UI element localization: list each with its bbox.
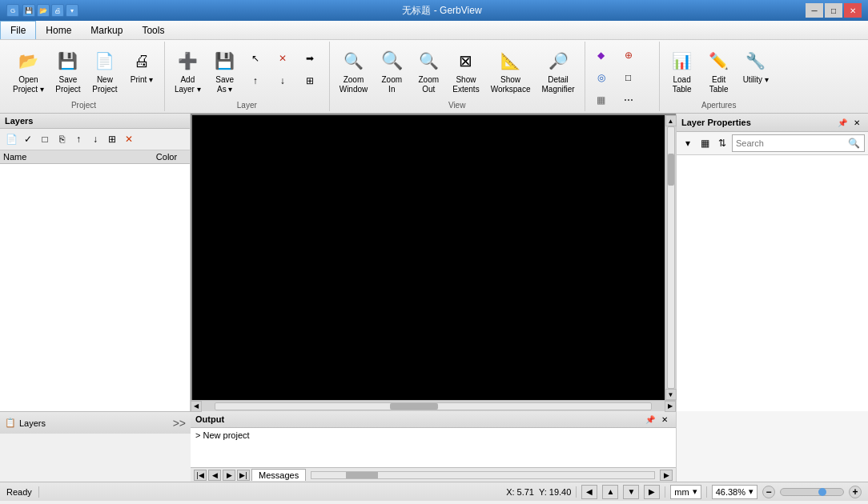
- vscroll-track[interactable]: [667, 126, 675, 389]
- nav-up-btn[interactable]: ▲: [602, 485, 618, 499]
- props-content: [677, 155, 868, 411]
- quick-access-open[interactable]: 📂: [37, 4, 50, 17]
- view-tool-4[interactable]: □: [617, 67, 643, 88]
- output-scrollbar-h[interactable]: [311, 471, 655, 479]
- canvas-vscrollbar[interactable]: ▲ ▼: [665, 115, 676, 400]
- layers-panel-title: Layers: [0, 114, 190, 129]
- zoom-window-button[interactable]: 🔍 ZoomWindow: [335, 45, 373, 98]
- view-tool-2[interactable]: ⊕: [617, 45, 643, 66]
- nav-left-btn[interactable]: ◀: [581, 485, 597, 499]
- delete-layer-tool[interactable]: ✕: [271, 48, 297, 69]
- edit-table-button[interactable]: ✏️ EditTable: [701, 45, 737, 98]
- layers-col-name: Name: [3, 152, 147, 162]
- hscroll-track[interactable]: [215, 402, 652, 410]
- zoom-in-button[interactable]: 🔍 ZoomIn: [374, 45, 409, 98]
- props-toolbar: ▾ ▦ ⇅ 🔍: [677, 132, 868, 155]
- view-tool-5[interactable]: ▦: [590, 90, 616, 110]
- menu-markup[interactable]: Markup: [81, 21, 132, 39]
- zoom-out-button[interactable]: 🔍 ZoomOut: [411, 45, 446, 98]
- hscroll-thumb[interactable]: [390, 403, 438, 410]
- select-layer-tool[interactable]: ↖: [244, 48, 270, 69]
- output-close-btn[interactable]: ✕: [658, 413, 671, 426]
- quick-access-print[interactable]: 🖨: [51, 4, 64, 17]
- output-pin-btn[interactable]: 📌: [644, 413, 657, 426]
- layer-check-btn[interactable]: ✓: [20, 131, 36, 147]
- show-workspace-button[interactable]: 📐 ShowWorkspace: [486, 45, 536, 98]
- print-button[interactable]: 🖨 Print ▾: [124, 45, 159, 88]
- view-tool-6[interactable]: ⋯: [617, 90, 643, 110]
- props-expand-btn[interactable]: ▾: [680, 134, 696, 152]
- save-as-label: SaveAs ▾: [215, 75, 234, 94]
- zoom-out-status-btn[interactable]: −: [762, 486, 775, 498]
- layers-expand-btn[interactable]: >>: [173, 417, 186, 430]
- menu-file[interactable]: File: [0, 21, 36, 39]
- messages-tab[interactable]: Messages: [251, 469, 306, 481]
- layers-content: [0, 164, 190, 411]
- layer-delete-btn[interactable]: ✕: [121, 131, 137, 147]
- save-as-button[interactable]: 💾 SaveAs ▾: [207, 45, 243, 98]
- move-up-tool[interactable]: ↑: [244, 70, 270, 91]
- hscroll-right[interactable]: ▶: [665, 401, 676, 412]
- search-icon[interactable]: 🔍: [846, 136, 861, 150]
- props-close-btn[interactable]: ✕: [850, 116, 863, 129]
- props-sort-btn[interactable]: ⇅: [714, 134, 730, 152]
- nav-right-btn[interactable]: ▶: [644, 485, 660, 499]
- zoom-in-status-btn[interactable]: +: [849, 486, 862, 498]
- move-down-tool[interactable]: ↓: [271, 70, 297, 91]
- quick-access-more[interactable]: ▾: [66, 4, 78, 17]
- layer-up-btn[interactable]: ↑: [70, 131, 86, 147]
- nav-next-btn[interactable]: ▶: [223, 470, 235, 481]
- minimize-button[interactable]: ─: [806, 3, 823, 18]
- units-dropdown[interactable]: mm ▾: [670, 485, 701, 499]
- show-extents-button[interactable]: ⊠ ShowExtents: [448, 45, 484, 98]
- canvas-area[interactable]: ▲ ▼ ◀ ▶: [191, 114, 676, 411]
- load-table-button[interactable]: 📊 LoadTable: [665, 45, 700, 98]
- props-pin-btn[interactable]: 📌: [836, 116, 849, 129]
- layer-down-btn[interactable]: ↓: [87, 131, 103, 147]
- layer-merge-btn[interactable]: ⊞: [104, 131, 120, 147]
- zoom-dropdown[interactable]: 46.38% ▾: [712, 485, 757, 499]
- view-tool-1[interactable]: ◆: [590, 45, 616, 66]
- zoom-window-icon: 🔍: [340, 48, 366, 74]
- props-table-btn[interactable]: ▦: [697, 134, 713, 152]
- main-area: Layers 📄 ✓ □ ⎘ ↑ ↓ ⊞ ✕ Name Color ▲ ▼: [0, 114, 868, 411]
- search-input[interactable]: [736, 138, 846, 148]
- detail-magnifier-button[interactable]: 🔎 DetailMagnifier: [536, 45, 579, 98]
- zoom-slider-thumb[interactable]: [818, 488, 826, 496]
- nav-first-btn[interactable]: |◀: [194, 470, 207, 481]
- nav-last-btn[interactable]: ▶|: [237, 470, 250, 481]
- menu-home[interactable]: Home: [36, 21, 81, 39]
- new-project-button[interactable]: 📄 NewProject: [87, 45, 123, 98]
- grid-tool[interactable]: ⊞: [299, 70, 324, 91]
- output-scroll-thumb[interactable]: [346, 472, 378, 478]
- nav-prev-btn[interactable]: ◀: [208, 470, 221, 481]
- detail-magnifier-icon: 🔎: [545, 48, 571, 74]
- diamond-icon: ◆: [593, 47, 609, 63]
- canvas-hscrollbar[interactable]: ◀ ▶: [191, 400, 676, 411]
- save-project-button[interactable]: 💾 SaveProject: [50, 45, 86, 98]
- layer-rect-btn[interactable]: □: [37, 131, 53, 147]
- open-project-button[interactable]: 📂 OpenProject ▾: [8, 45, 49, 98]
- vscroll-down[interactable]: ▼: [665, 389, 677, 400]
- arrow-right-icon: ➡: [302, 50, 318, 66]
- add-layer-button[interactable]: ➕ AddLayer ▾: [170, 45, 206, 98]
- utility-button[interactable]: 🔧 Utility ▾: [738, 45, 774, 88]
- close-button[interactable]: ✕: [844, 3, 862, 18]
- hscroll-left[interactable]: ◀: [191, 401, 202, 412]
- maximize-button[interactable]: □: [825, 3, 842, 18]
- zoom-in-label: ZoomIn: [382, 75, 403, 94]
- output-scroll-right[interactable]: ▶: [660, 470, 673, 481]
- arrow-right-tool[interactable]: ➡: [299, 48, 324, 69]
- utility-icon: 🔧: [743, 48, 769, 74]
- quick-access-save[interactable]: 💾: [22, 4, 35, 17]
- vscroll-thumb[interactable]: [668, 154, 674, 186]
- view-tool-3[interactable]: ◎: [590, 67, 616, 88]
- zoom-slider[interactable]: [780, 488, 844, 496]
- nav-down-btn[interactable]: ▼: [623, 485, 639, 499]
- layer-new-btn[interactable]: 📄: [3, 131, 19, 147]
- menu-tools[interactable]: Tools: [132, 21, 174, 39]
- output-text: > New project: [195, 430, 250, 440]
- layer-copy-btn[interactable]: ⎘: [54, 131, 70, 147]
- vscroll-up[interactable]: ▲: [665, 115, 677, 126]
- project-group-label: Project: [8, 99, 159, 110]
